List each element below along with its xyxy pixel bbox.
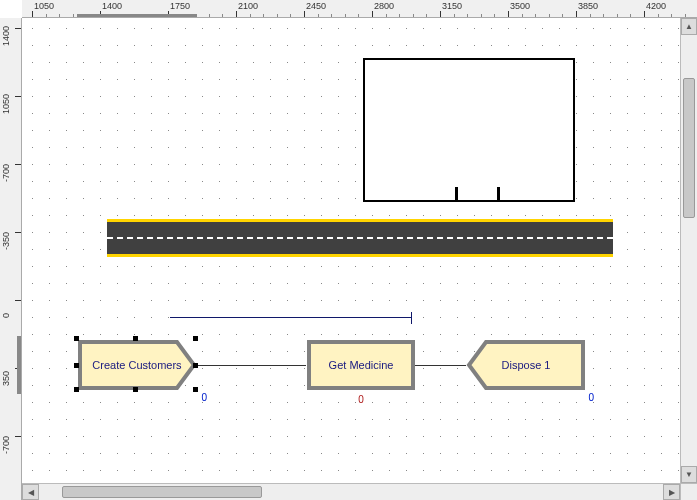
scroll-v-thumb[interactable] (683, 78, 695, 218)
scroll-h-thumb[interactable] (62, 486, 262, 498)
grid-dots (22, 18, 697, 500)
create-module[interactable]: Create Customers 0 (77, 339, 197, 391)
scroll-down-button[interactable]: ▼ (681, 466, 697, 483)
scrollbar-horizontal[interactable]: ◀ ▶ (22, 483, 680, 500)
road-centerline (107, 237, 613, 239)
selection-handle[interactable] (193, 363, 198, 368)
connector-create-process[interactable] (195, 365, 306, 366)
process-label: Get Medicine (306, 339, 416, 391)
selection-handle[interactable] (193, 336, 198, 341)
scrollbar-corner (680, 483, 697, 500)
process-module[interactable]: Get Medicine 0 (306, 339, 416, 391)
create-count: 0 (201, 392, 207, 403)
dispose-count: 0 (588, 392, 594, 403)
selection-handle[interactable] (133, 387, 138, 392)
selection-handle[interactable] (74, 363, 79, 368)
ruler-vertical[interactable]: 14001050-700-3500350-700 (0, 18, 22, 500)
selection-handle[interactable] (133, 336, 138, 341)
selection-handle[interactable] (74, 336, 79, 341)
door-left (455, 187, 458, 201)
road-shape[interactable] (107, 219, 613, 257)
canvas[interactable]: Create Customers 0 Get Medicine 0 Dispos… (22, 18, 697, 500)
timeline-end-tick (411, 312, 412, 324)
ruler-h-selection (77, 14, 197, 18)
dispose-label: Dispose 1 (466, 339, 586, 391)
scroll-left-button[interactable]: ◀ (22, 484, 39, 500)
ruler-v-selection (17, 336, 21, 394)
timeline-bar[interactable] (170, 317, 411, 318)
scroll-up-button[interactable]: ▲ (681, 18, 697, 35)
selection-handle[interactable] (193, 387, 198, 392)
connector-process-dispose[interactable] (415, 365, 466, 366)
scrollbar-vertical[interactable]: ▲ ▼ (680, 18, 697, 483)
process-count: 0 (358, 394, 364, 405)
selection-handle[interactable] (74, 387, 79, 392)
door-right (497, 187, 500, 201)
ruler-horizontal[interactable]: 1050140017502100245028003150350038504200 (22, 0, 697, 18)
create-label: Create Customers (77, 339, 197, 391)
building-shape[interactable] (363, 58, 575, 202)
dispose-module[interactable]: Dispose 1 0 (466, 339, 586, 391)
scroll-right-button[interactable]: ▶ (663, 484, 680, 500)
